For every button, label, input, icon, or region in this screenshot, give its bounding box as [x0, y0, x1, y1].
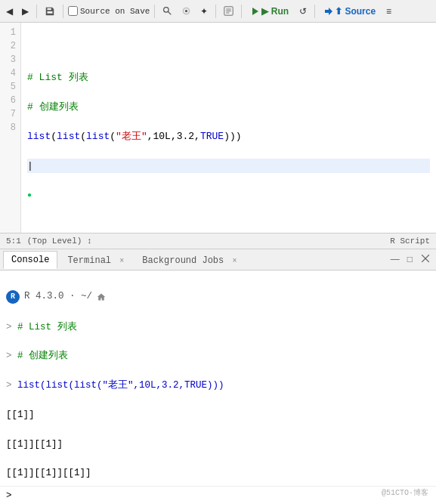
code-tools-button[interactable]: ✦ — [197, 5, 211, 18]
minimize-console-button[interactable]: — — [388, 252, 402, 266]
editor-area: 1 2 3 4 5 6 7 8 # List 列表 # 创建列表 list(li… — [0, 23, 436, 233]
r-logo: R — [6, 290, 20, 304]
find-button[interactable] — [159, 5, 175, 17]
console-line-6: [[1]][[1]][[1]] — [6, 466, 430, 481]
compile-button[interactable] — [221, 5, 237, 17]
separator-3 — [154, 5, 155, 18]
terminal-close-icon[interactable]: × — [119, 257, 124, 265]
maximize-console-button[interactable]: □ — [405, 252, 415, 266]
tab-background-jobs[interactable]: Background Jobs × — [134, 252, 245, 269]
console-input-row: > — [0, 486, 436, 504]
svg-point-0 — [164, 8, 169, 13]
menu-button[interactable]: ≡ — [383, 5, 394, 18]
code-line-5: | — [27, 159, 430, 174]
source-on-save-label[interactable]: Source on Save — [68, 6, 150, 16]
undo-button[interactable]: ◀ — [3, 5, 16, 18]
line-numbers: 1 2 3 4 5 6 7 8 — [0, 23, 21, 233]
source-button[interactable]: ⬆ Source — [320, 5, 380, 18]
status-bar: 5:1 (Top Level) ↕ R Script — [0, 233, 436, 249]
svg-marker-8 — [325, 8, 332, 15]
console-tabs: Console Terminal × Background Jobs × — □ — [0, 249, 436, 271]
tab-console[interactable]: Console — [3, 251, 57, 269]
r-version-text: R 4.3.0 · ~/ — [24, 289, 92, 304]
svg-line-1 — [169, 12, 172, 15]
rerun-button[interactable]: ↺ — [296, 5, 310, 18]
clear-console-button[interactable] — [418, 252, 433, 267]
svg-point-2 — [185, 10, 187, 12]
svg-marker-7 — [252, 8, 258, 15]
console-actions: — □ — [388, 252, 433, 267]
console-line-1: > # List 列表 — [6, 320, 430, 335]
console-line-5: [[1]][[1]] — [6, 438, 430, 452]
tab-terminal[interactable]: Terminal × — [59, 252, 132, 269]
separator-2 — [63, 5, 63, 18]
code-line-2: # List 列表 — [27, 70, 430, 85]
code-line-3: # 创建列表 — [27, 100, 430, 115]
console-input[interactable] — [15, 490, 430, 501]
source-on-save-checkbox[interactable] — [68, 6, 78, 16]
console-line-4: [[1]] — [6, 408, 430, 422]
r-version-info: R R 4.3.0 · ~/ — [6, 288, 430, 305]
separator-1 — [36, 5, 37, 18]
cursor-position: 5:1 — [6, 237, 21, 246]
code-container[interactable]: 1 2 3 4 5 6 7 8 # List 列表 # 创建列表 list(li… — [0, 23, 436, 233]
save-button[interactable] — [42, 5, 58, 18]
toolbar: ◀ ▶ Source on Save ✦ ▶ Run ↺ ⬆ Source ≡ — [0, 0, 436, 23]
redo-button[interactable]: ▶ — [19, 5, 32, 18]
console-line-2: > # 创建列表 — [6, 349, 430, 363]
code-line-1 — [27, 41, 430, 56]
home-icon — [97, 292, 106, 301]
console-output[interactable]: R R 4.3.0 · ~/ > # List 列表 > # 创建列表 > li… — [0, 271, 436, 487]
tools-button[interactable] — [178, 5, 194, 17]
code-editor[interactable]: # List 列表 # 创建列表 list(list(list("老王",10L… — [21, 23, 436, 233]
status-left: 5:1 (Top Level) ↕ — [6, 237, 92, 246]
separator-5 — [241, 5, 242, 18]
code-level[interactable]: (Top Level) ↕ — [27, 237, 92, 246]
separator-4 — [215, 5, 216, 18]
console-prompt: > — [6, 490, 12, 501]
file-type[interactable]: R Script — [390, 237, 430, 246]
code-line-4: list(list(list("老王",10L,3.2,TRUE))) — [27, 129, 430, 144]
separator-6 — [314, 5, 315, 18]
code-line-6: ● — [27, 188, 430, 203]
code-line-7 — [27, 218, 430, 233]
console-line-3: > list(list(list("老王",10L,3.2,TRUE))) — [6, 379, 430, 393]
watermark: @51CTO·博客 — [382, 487, 428, 498]
run-button[interactable]: ▶ Run — [246, 5, 293, 18]
background-jobs-close-icon[interactable]: × — [232, 257, 237, 265]
